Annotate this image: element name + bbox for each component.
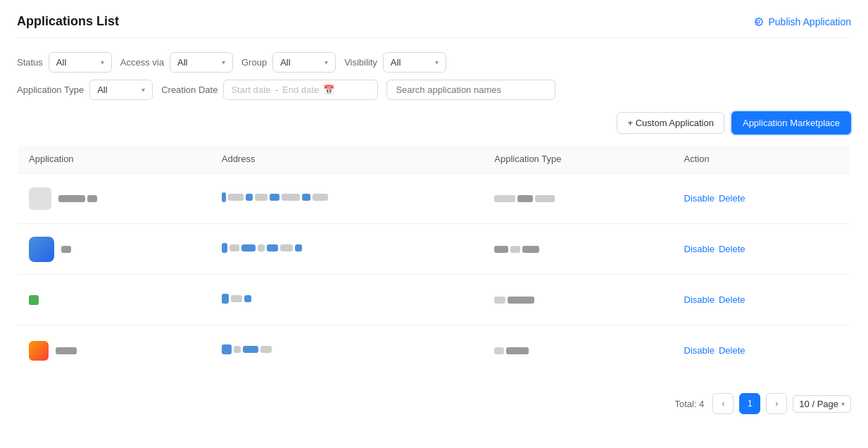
action-cell: Disable Delete [673, 325, 851, 376]
per-page-select[interactable]: 10 / Page ▾ [793, 395, 851, 413]
app-icon [29, 295, 39, 305]
app-name [61, 246, 71, 253]
app-cell [18, 275, 210, 325]
visibility-filter-group: Visibility All ▾ [344, 52, 446, 73]
action-cell: Disable Delete [673, 275, 851, 325]
address-cell [210, 224, 484, 275]
publish-application-label: Publish Application [768, 16, 851, 27]
per-page-value: 10 / Page [799, 399, 838, 409]
publish-application-button[interactable]: Publish Application [753, 16, 851, 27]
col-address: Address [210, 145, 484, 173]
chevron-down-icon: ▾ [141, 86, 145, 94]
visibility-select[interactable]: All ▾ [383, 52, 446, 73]
end-date-placeholder: End date [282, 85, 319, 95]
gear-icon [753, 16, 764, 27]
group-filter-group: Group All ▾ [241, 52, 336, 73]
chevron-down-icon: ▾ [325, 58, 328, 66]
calendar-icon: 📅 [323, 85, 334, 95]
app-cell [18, 325, 210, 376]
app-address [222, 294, 251, 304]
group-value: All [280, 57, 290, 68]
app-address [222, 192, 328, 202]
disable-button[interactable]: Disable [684, 244, 715, 254]
filters-row-1: Status All ▾ Access via All ▾ Group All … [17, 52, 851, 73]
type-cell [483, 275, 672, 325]
access-label: Access via [120, 57, 164, 68]
start-date-placeholder: Start date [231, 85, 270, 95]
filters-row-2: Application Type All ▾ Creation Date Sta… [17, 80, 851, 100]
app-address [222, 344, 272, 354]
app-type [494, 297, 534, 304]
app-icon [29, 187, 51, 210]
app-type-filter-group: Application Type All ▾ [17, 80, 153, 100]
chevron-down-icon: ▾ [222, 58, 225, 66]
group-label: Group [241, 57, 267, 68]
app-info [29, 187, 199, 210]
col-application: Application [18, 145, 210, 173]
page-header: Applications List Publish Application [17, 14, 851, 38]
date-separator: - [275, 85, 278, 95]
pagination-total: Total: 4 [674, 399, 704, 409]
pagination: Total: 4 ‹ 1 › 10 / Page ▾ [17, 387, 851, 420]
delete-button[interactable]: Delete [719, 193, 746, 204]
pagination-prev-button[interactable]: ‹ [712, 393, 734, 414]
app-cell [18, 224, 210, 275]
custom-application-button[interactable]: + Custom Application [617, 112, 724, 134]
status-select[interactable]: All ▾ [49, 52, 112, 73]
col-app-type: Application Type [483, 145, 672, 173]
app-name [58, 195, 97, 202]
pagination-next-button[interactable]: › [766, 393, 787, 414]
table-row: Disable Delete [18, 275, 851, 325]
page-title: Applications List [17, 14, 119, 29]
custom-app-label: + Custom Application [627, 118, 713, 128]
action-links: Disable Delete [684, 244, 839, 254]
group-select[interactable]: All ▾ [272, 52, 336, 73]
creation-date-label: Creation Date [161, 85, 218, 95]
search-input[interactable] [386, 80, 555, 100]
app-name [56, 347, 77, 354]
table-row: Disable Delete [18, 325, 851, 376]
creation-date-filter-group: Creation Date Start date - End date 📅 [161, 80, 378, 100]
delete-button[interactable]: Delete [719, 294, 746, 305]
app-info [29, 341, 199, 361]
address-cell [210, 325, 484, 376]
chevron-down-icon: ▾ [841, 400, 845, 408]
col-action: Action [673, 145, 851, 173]
disable-button[interactable]: Disable [684, 193, 715, 204]
actions-row: + Custom Application Application Marketp… [17, 111, 851, 135]
table-header: Application Address Application Type Act… [18, 145, 851, 173]
access-select[interactable]: All ▾ [170, 52, 233, 73]
status-filter-group: Status All ▾ [17, 52, 112, 73]
table-row: Disable Delete [18, 224, 851, 275]
app-type-value: All [97, 85, 107, 95]
disable-button[interactable]: Disable [684, 294, 715, 305]
visibility-value: All [391, 57, 401, 68]
app-info [29, 237, 199, 262]
app-type [494, 195, 555, 202]
address-cell [210, 275, 484, 325]
disable-button[interactable]: Disable [684, 345, 715, 356]
applications-page: Applications List Publish Application St… [0, 0, 868, 448]
app-type-label: Application Type [17, 85, 84, 95]
app-type [494, 246, 539, 253]
app-info [29, 295, 199, 305]
status-value: All [56, 57, 66, 68]
pagination-page-1-button[interactable]: 1 [739, 393, 760, 414]
type-cell [483, 325, 672, 376]
type-cell [483, 173, 672, 224]
application-marketplace-button[interactable]: Application Marketplace [731, 111, 851, 135]
access-value: All [177, 57, 187, 68]
delete-button[interactable]: Delete [719, 244, 746, 254]
date-range-picker[interactable]: Start date - End date 📅 [223, 80, 378, 100]
app-icon [29, 237, 54, 262]
table-body: Disable Delete [18, 173, 851, 376]
delete-button[interactable]: Delete [719, 345, 746, 356]
app-type-select[interactable]: All ▾ [89, 80, 153, 100]
app-address [222, 243, 302, 253]
access-filter-group: Access via All ▾ [120, 52, 233, 73]
status-label: Status [17, 57, 43, 68]
action-cell: Disable Delete [673, 224, 851, 275]
app-icon [29, 341, 49, 361]
action-cell: Disable Delete [673, 173, 851, 224]
applications-table: Application Address Application Type Act… [17, 144, 851, 376]
